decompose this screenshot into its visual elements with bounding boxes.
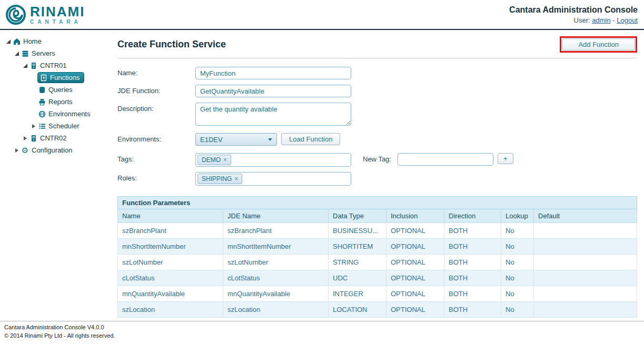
cell-jde-name: szLocation	[223, 302, 329, 318]
user-line: User: admin - Logout	[509, 16, 638, 24]
description-input[interactable]: Get the quantity available	[195, 103, 351, 126]
rinami-logo-icon	[5, 4, 26, 25]
expand-arrow-icon[interactable]	[13, 52, 21, 56]
sidebar-item-label: Queries	[48, 86, 73, 94]
sidebar-item-label: CNTR01	[40, 62, 67, 69]
remove-role-icon[interactable]: ×	[234, 175, 238, 183]
new-tag-label: New Tag:	[363, 153, 398, 163]
database-icon	[37, 86, 46, 94]
logo: RINAMI CANTARA	[5, 4, 85, 25]
add-tag-button[interactable]: +	[498, 153, 513, 164]
name-input[interactable]	[195, 67, 351, 79]
sidebar-item-home[interactable]: Home	[3, 35, 111, 47]
cell-lookup: No	[501, 302, 534, 318]
roles-input[interactable]: SHIPPING ×	[195, 172, 351, 186]
highlight-annotation: Add Function	[560, 36, 637, 53]
sidebar-item-cntr02[interactable]: CNTR02	[3, 132, 111, 144]
collapse-arrow-icon[interactable]	[29, 124, 37, 128]
expand-arrow-icon[interactable]	[4, 39, 12, 44]
table-row[interactable]: cLotStatus cLotStatus UDC OPTIONAL BOTH …	[118, 270, 637, 286]
remove-tag-icon[interactable]: ×	[223, 156, 227, 164]
sidebar-item-label: Servers	[32, 49, 55, 57]
jde-function-row: JDE Function:	[117, 85, 637, 97]
sidebar: Home Servers	[0, 30, 113, 321]
cell-jde-name: mnQuantityAvailable	[223, 286, 329, 302]
cell-name: szLotNumber	[118, 255, 223, 270]
load-function-button[interactable]: Load Function	[281, 133, 340, 145]
cell-direction: BOTH	[444, 302, 501, 318]
table-row[interactable]: szLocation szLocation LOCATION OPTIONAL …	[118, 302, 637, 318]
sidebar-item-reports[interactable]: Reports	[3, 96, 111, 108]
tag-chip: DEMO ×	[197, 155, 231, 165]
cell-default	[534, 255, 637, 270]
sidebar-item-environments[interactable]: Environments	[3, 108, 111, 120]
environments-dropdown[interactable]: E1DEV	[195, 133, 277, 146]
server-icon	[29, 62, 38, 69]
functions-icon	[39, 74, 48, 82]
printer-icon	[37, 98, 46, 106]
app-title: Cantara Administration Console	[509, 5, 638, 15]
sidebar-item-cntr01[interactable]: CNTR01	[3, 59, 111, 72]
jde-function-label: JDE Function:	[117, 85, 195, 95]
logo-line2: CANTARA	[30, 19, 85, 25]
table-row[interactable]: szLotNumber szLotNumber STRING OPTIONAL …	[118, 255, 637, 270]
cell-default	[534, 286, 637, 302]
cell-lookup: No	[501, 255, 534, 270]
server-icon	[29, 135, 38, 142]
add-function-button[interactable]: Add Function	[562, 38, 635, 50]
cell-data-type: BUSINESSU...	[329, 223, 387, 239]
logo-line1: RINAMI	[30, 5, 85, 18]
sidebar-item-servers[interactable]: Servers	[3, 47, 111, 59]
header-right: Cantara Administration Console User: adm…	[509, 5, 638, 24]
cell-default	[534, 223, 637, 239]
header: RINAMI CANTARA Cantara Administration Co…	[0, 0, 644, 30]
cell-lookup: No	[501, 223, 534, 239]
tags-input[interactable]: DEMO ×	[195, 153, 351, 167]
sidebar-item-label: Environments	[48, 110, 90, 118]
cell-lookup: No	[501, 286, 534, 302]
sidebar-item-queries[interactable]: Queries	[3, 84, 111, 96]
sidebar-item-configuration[interactable]: ⚙ Configuration	[3, 144, 111, 156]
cell-inclusion: OPTIONAL	[387, 270, 444, 286]
environments-value: E1DEV	[200, 136, 223, 144]
table-row[interactable]: szBranchPlant szBranchPlant BUSINESSU...…	[118, 223, 637, 239]
column-header: Name	[118, 209, 223, 223]
jde-function-input[interactable]	[195, 85, 351, 97]
title-row: Create Function Service Add Function	[117, 33, 637, 58]
cell-lookup: No	[501, 270, 534, 286]
scheduler-icon	[37, 123, 46, 130]
servers-icon	[21, 50, 29, 57]
create-function-form: Name: JDE Function: Description: Get the…	[117, 67, 637, 186]
collapse-arrow-icon[interactable]	[21, 136, 29, 140]
name-row: Name:	[117, 67, 637, 79]
logout-link[interactable]: Logout	[617, 16, 638, 24]
sidebar-item-scheduler[interactable]: Scheduler	[3, 120, 111, 132]
selected-item-chip: Functions	[37, 72, 84, 83]
environments-row: Environments: E1DEV Load Function	[117, 133, 637, 146]
cell-data-type: UDC	[329, 270, 387, 286]
sidebar-item-label: Home	[23, 37, 42, 45]
name-label: Name:	[117, 67, 195, 77]
cell-data-type: LOCATION	[329, 302, 387, 318]
sidebar-item-functions[interactable]: Functions	[3, 72, 111, 84]
expand-arrow-icon[interactable]	[21, 64, 29, 68]
cell-direction: BOTH	[444, 286, 501, 302]
sidebar-item-label: Reports	[48, 98, 73, 106]
role-label: SHIPPING	[202, 175, 232, 183]
tags-label: Tags:	[117, 153, 195, 163]
page: RINAMI CANTARA Cantara Administration Co…	[0, 0, 644, 344]
new-tag-input[interactable]	[398, 153, 493, 166]
table-row[interactable]: mnQuantityAvailable mnQuantityAvailable …	[118, 286, 637, 302]
user-link[interactable]: admin	[592, 16, 610, 24]
cell-data-type: INTEGER	[329, 286, 387, 302]
cell-lookup: No	[501, 239, 534, 255]
sidebar-item-label: Configuration	[32, 146, 72, 154]
column-header: Inclusion	[387, 209, 444, 223]
collapse-arrow-icon[interactable]	[13, 148, 21, 153]
main-panel: Create Function Service Add Function Nam…	[113, 30, 644, 321]
column-header: Default	[534, 209, 637, 223]
cell-name: cLotStatus	[118, 270, 223, 286]
table-row[interactable]: mnShortItemNumber mnShortItemNumber SHOR…	[118, 239, 637, 255]
function-parameters-table: Function Parameters Name JDE Name Data T…	[117, 196, 637, 318]
column-header: Direction	[444, 209, 501, 223]
